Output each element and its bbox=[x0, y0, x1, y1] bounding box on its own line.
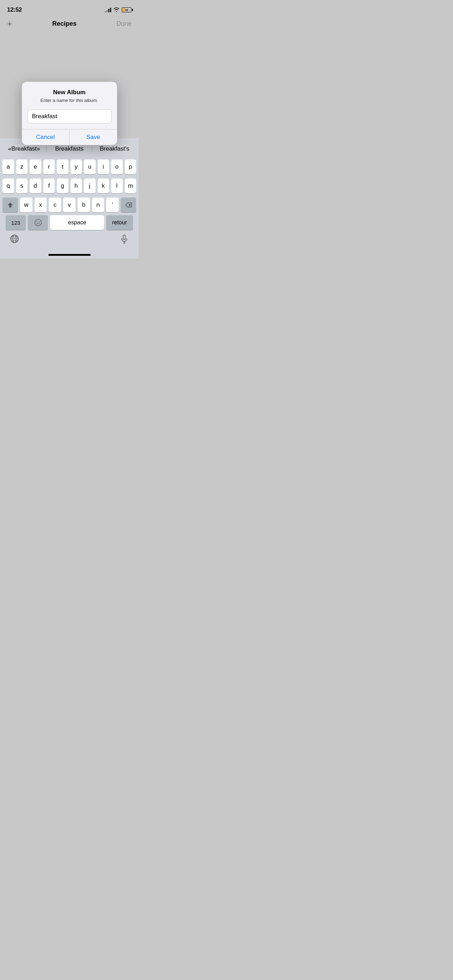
key-n[interactable]: n bbox=[92, 197, 105, 212]
key-g[interactable]: g bbox=[57, 178, 68, 193]
svg-rect-5 bbox=[123, 235, 126, 240]
globe-icon[interactable] bbox=[10, 234, 19, 245]
dialog-message: Enter a name for this album. bbox=[27, 97, 111, 104]
key-l[interactable]: l bbox=[111, 178, 123, 193]
key-z[interactable]: z bbox=[16, 159, 28, 174]
key-u[interactable]: u bbox=[84, 159, 95, 174]
key-j[interactable]: j bbox=[84, 178, 95, 193]
status-bar: 12:52 30 bbox=[0, 0, 139, 18]
dialog-overlay: New Album Enter a name for this album. C… bbox=[0, 32, 139, 138]
key-o[interactable]: o bbox=[111, 159, 123, 174]
svg-point-1 bbox=[37, 221, 37, 222]
key-h[interactable]: h bbox=[71, 178, 82, 193]
key-w[interactable]: w bbox=[20, 197, 32, 212]
signal-bars-icon bbox=[105, 7, 111, 12]
key-m[interactable]: m bbox=[125, 178, 137, 193]
nav-bar: + Recipes Done bbox=[0, 18, 139, 32]
keyboard-rows: a z e r t y u i o p q s d f g h j k l m bbox=[2, 159, 137, 212]
key-a[interactable]: a bbox=[2, 159, 14, 174]
space-key[interactable]: espace bbox=[50, 215, 104, 230]
key-x[interactable]: x bbox=[35, 197, 47, 212]
key-d[interactable]: d bbox=[30, 178, 41, 193]
page-title: Recipes bbox=[52, 20, 76, 27]
home-indicator bbox=[0, 254, 139, 259]
done-button[interactable]: Done bbox=[116, 20, 132, 27]
nums-key[interactable]: 123 bbox=[6, 215, 26, 230]
svg-point-2 bbox=[38, 221, 39, 222]
home-bar bbox=[48, 254, 91, 256]
battery-icon: 30 bbox=[122, 7, 132, 12]
key-b[interactable]: b bbox=[78, 197, 90, 212]
key-t[interactable]: t bbox=[57, 159, 68, 174]
emoji-key[interactable] bbox=[28, 215, 48, 230]
shift-key[interactable] bbox=[2, 197, 18, 212]
key-e[interactable]: e bbox=[30, 159, 41, 174]
dialog-content: New Album Enter a name for this album. bbox=[22, 82, 117, 129]
new-album-dialog: New Album Enter a name for this album. C… bbox=[22, 82, 117, 145]
cancel-button[interactable]: Cancel bbox=[22, 129, 70, 145]
keyboard-bottom-bar bbox=[2, 231, 137, 253]
key-c[interactable]: c bbox=[49, 197, 61, 212]
keyboard-bottom-row: 123 espace retour bbox=[2, 212, 137, 231]
keyboard-row-2: q s d f g h j k l m bbox=[2, 178, 136, 193]
wifi-icon bbox=[113, 7, 119, 13]
delete-key[interactable] bbox=[121, 197, 136, 212]
main-content: New Album Enter a name for this album. C… bbox=[0, 32, 139, 138]
dialog-title: New Album bbox=[27, 89, 111, 96]
keyboard-row-3: w x c v b n ' bbox=[2, 197, 136, 212]
album-name-input[interactable] bbox=[27, 109, 111, 124]
key-v[interactable]: v bbox=[63, 197, 75, 212]
save-button[interactable]: Save bbox=[70, 129, 117, 145]
key-apostrophe[interactable]: ' bbox=[106, 197, 119, 212]
key-i[interactable]: i bbox=[98, 159, 110, 174]
svg-point-0 bbox=[35, 220, 41, 226]
key-p[interactable]: p bbox=[125, 159, 137, 174]
add-button[interactable]: + bbox=[7, 19, 12, 28]
keyboard: «Breakfast» Breakfasts Breakfast's a z e… bbox=[0, 138, 139, 254]
dialog-buttons: Cancel Save bbox=[22, 129, 117, 145]
key-y[interactable]: y bbox=[71, 159, 82, 174]
keyboard-row-1: a z e r t y u i o p bbox=[2, 159, 136, 174]
key-r[interactable]: r bbox=[43, 159, 55, 174]
return-key[interactable]: retour bbox=[106, 215, 133, 230]
key-q[interactable]: q bbox=[2, 178, 14, 193]
key-k[interactable]: k bbox=[98, 178, 110, 193]
status-icons: 30 bbox=[105, 7, 132, 13]
status-time: 12:52 bbox=[7, 6, 22, 13]
mic-icon[interactable] bbox=[119, 234, 129, 245]
key-s[interactable]: s bbox=[16, 178, 28, 193]
key-f[interactable]: f bbox=[43, 178, 55, 193]
